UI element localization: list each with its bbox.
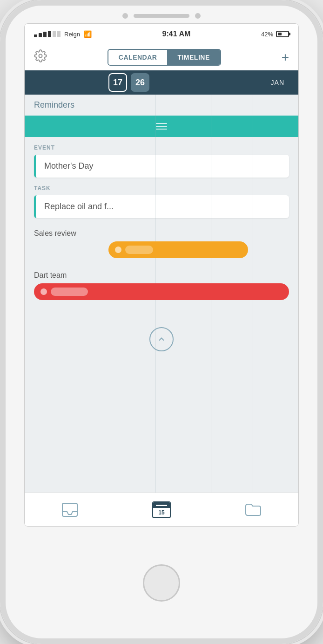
bottom-navigation: ▬▬▬ 15 [25, 493, 298, 526]
status-left: Reign 📶 [34, 30, 92, 38]
signal-bar-2 [39, 33, 42, 37]
status-right: 42% [261, 31, 289, 38]
tab-switcher: CALENDAR TIMELINE [108, 49, 221, 66]
app-header: CALENDAR TIMELINE + [25, 44, 298, 70]
teal-bar[interactable] [25, 116, 298, 137]
signal-bar-1 [34, 34, 37, 37]
home-button[interactable] [143, 564, 180, 602]
status-time: 9:41 AM [162, 30, 191, 38]
dart-team-bar-wrap [34, 283, 289, 300]
signal-bar-3 [43, 32, 47, 37]
speaker-grille [134, 14, 189, 18]
calendar-nav-day: 15 [158, 509, 164, 516]
inbox-icon [61, 502, 78, 517]
task-title: Replace oil and f... [44, 202, 114, 211]
date-chip-26: 26 [131, 73, 149, 92]
event-title: Mother's Day [44, 161, 93, 171]
sales-review-section: Sales review [25, 226, 298, 262]
calendar-nav-icon: ▬▬▬ 15 [152, 501, 171, 518]
dart-team-section: Dart team [25, 262, 298, 304]
hamburger-line-1 [156, 123, 167, 124]
calendar-nav-top: ▬▬▬ [153, 502, 170, 508]
top-hardware [0, 0, 323, 23]
wifi-icon: 📶 [84, 30, 92, 38]
battery-percent: 42% [261, 31, 273, 38]
nav-item-inbox[interactable] [61, 502, 78, 517]
timeline-date-header: 17 26 JAN [25, 70, 298, 95]
reminders-row: Reminders [25, 95, 298, 116]
reminders-label: Reminders [34, 100, 74, 110]
screen: Reign 📶 9:41 AM 42% [24, 23, 299, 527]
nav-item-calendar[interactable]: ▬▬▬ 15 [152, 501, 171, 518]
hamburger-icon [156, 123, 167, 130]
hamburger-line-3 [156, 129, 167, 130]
sales-review-inner [125, 246, 153, 254]
nav-item-folder[interactable] [245, 502, 262, 517]
sales-review-dot [115, 247, 121, 253]
task-section: TASK Replace oil and f... [25, 181, 298, 226]
event-section-label: EVENT [34, 144, 289, 151]
event-section: EVENT Mother's Day [25, 137, 298, 181]
task-section-label: TASK [34, 185, 289, 192]
folder-icon [245, 502, 262, 517]
sales-review-label: Sales review [34, 229, 289, 238]
scroll-up-area [25, 304, 298, 370]
proximity-sensor [195, 13, 201, 19]
sales-review-bar[interactable] [108, 241, 248, 258]
timeline-body[interactable]: Reminders EVENT Mother's Day TASK [25, 95, 298, 493]
front-camera [122, 13, 128, 19]
signal-bar-5 [53, 31, 56, 37]
event-card-mothers-day[interactable]: Mother's Day [34, 155, 289, 178]
scroll-up-button[interactable] [149, 327, 174, 351]
battery-indicator [276, 31, 289, 37]
status-bar: Reign 📶 9:41 AM 42% [25, 24, 298, 44]
settings-icon[interactable] [34, 49, 47, 65]
svg-point-0 [39, 55, 42, 58]
dart-team-dot [40, 288, 47, 295]
add-button[interactable]: + [282, 51, 289, 64]
phone-frame: Reign 📶 9:41 AM 42% [0, 0, 323, 644]
battery-fill [278, 33, 282, 35]
calendar-nav-top-text: ▬▬▬ [156, 503, 167, 507]
carrier-name: Reign [64, 31, 80, 38]
signal-bar-4 [48, 31, 51, 37]
dart-team-inner [51, 288, 88, 296]
hamburger-line-2 [156, 126, 167, 127]
signal-indicator [34, 31, 61, 37]
bottom-hardware [143, 527, 180, 644]
calendar-nav-body: 15 [153, 508, 170, 517]
tab-timeline[interactable]: TIMELINE [167, 50, 220, 65]
task-card-oil[interactable]: Replace oil and f... [34, 195, 289, 218]
dart-team-bar[interactable] [34, 283, 289, 300]
sales-review-bar-wrap [34, 241, 289, 258]
battery-body [276, 31, 289, 37]
date-chip-17: 17 [108, 73, 127, 92]
signal-bar-6 [57, 31, 61, 37]
month-label: JAN [271, 79, 284, 86]
tab-calendar[interactable]: CALENDAR [108, 50, 168, 65]
dart-team-label: Dart team [34, 271, 289, 280]
